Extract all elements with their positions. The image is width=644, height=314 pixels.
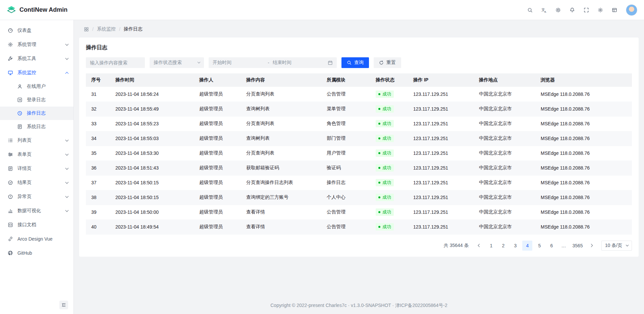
sidebar-item-form-page[interactable]: 表单页 [0,147,73,162]
status-dot-icon [378,211,380,213]
status-badge: 成功 [376,194,394,201]
cell-time: 2023-11-04 18:50:15 [110,190,194,205]
header-layout-button[interactable] [608,4,621,16]
table-row: 362023-11-04 18:51:43超级管理员获取邮箱验证码验证码成功12… [86,161,632,175]
content-search-input[interactable] [86,57,145,68]
breadcrumb-parent[interactable]: 系统监控 [97,26,116,32]
sidebar-item-result-page[interactable]: 结果页 [0,176,73,190]
sidebar-item-github[interactable]: GitHub [0,246,73,260]
header-fullscreen-button[interactable] [580,4,592,16]
chevron-down-icon [65,194,69,198]
pagination-next-button[interactable] [587,241,597,251]
sidebar-item-online-user[interactable]: 在线用户 [0,80,73,93]
cell-browser: MSEdge 118.0.2088.76 [535,116,632,131]
sidebar-item-api-doc[interactable]: 接口文档 [0,218,73,232]
cell-status: 成功 [370,175,408,190]
sidebar-item-detail-page[interactable]: 详情页 [0,162,73,176]
sidebar-item-login-log[interactable]: 登录日志 [0,93,73,107]
date-range-picker[interactable]: 开始时间 - 结束时间 [209,57,337,68]
page-number-2[interactable]: 2 [498,241,508,251]
page-number-3[interactable]: 3 [510,241,520,251]
system-settings-icon [7,42,13,47]
tool-icon [7,56,13,61]
page-number-5[interactable]: 5 [534,241,544,251]
header-theme-button[interactable] [552,4,564,16]
cell-content: 查询树列表 [241,131,321,146]
table-header-row: 序号操作时间操作人操作内容所属模块操作状态操作 IP操作地点浏览器 [86,73,632,87]
cell-browser: MSEdge 118.0.2088.76 [535,190,632,205]
cell-time: 2023-11-04 18:50:15 [110,175,194,190]
sidebar-item-label: 系统管理 [17,42,62,48]
sidebar-item-tool[interactable]: 系统工具 [0,52,73,66]
cell-ip: 123.117.129.251 [408,161,474,175]
status-select[interactable]: 操作状态搜索 [150,57,204,68]
logo: ContiNew Admin [7,5,67,15]
page-size-select[interactable]: 10 条/页 [601,241,632,251]
cell-module: 验证码 [321,161,370,175]
cell-browser: MSEdge 118.0.2088.76 [535,102,632,116]
sidebar-item-monitor[interactable]: 系统监控 [0,66,73,80]
cell-module: 操作日志 [321,175,370,190]
exception-page-icon [7,194,13,199]
pagination-prev-button[interactable] [474,241,484,251]
cell-no: 33 [86,116,110,131]
sidebar-item-label: 数据可视化 [17,208,62,214]
cell-content: 查询树列表 [241,102,321,116]
sidebar-item-label: 异常页 [17,194,62,200]
header-notification-button[interactable] [566,4,578,16]
cell-content: 查看详情 [241,219,321,234]
sidebar-item-operation-log[interactable]: 操作日志 [0,107,73,120]
sidebar: 仪表盘系统管理系统工具系统监控在线用户登录日志操作日志系统日志列表页表单页详情页… [0,20,74,314]
sidebar-item-label: 系统监控 [17,70,62,76]
cell-browser: MSEdge 118.0.2088.76 [535,175,632,190]
sidebar-item-label: 接口文档 [17,222,68,228]
chevron-up-icon [65,72,69,75]
cell-location: 中国北京北京市 [474,146,535,161]
cell-status: 成功 [370,131,408,146]
page-number-6[interactable]: 6 [546,241,556,251]
cell-ip: 123.117.129.251 [408,175,474,190]
sidebar-item-external-link[interactable]: Arco Design Vue [0,232,73,246]
cell-content: 分页查询列表 [241,146,321,161]
operation-log-table: 序号操作时间操作人操作内容所属模块操作状态操作 IP操作地点浏览器 312023… [86,73,632,235]
header-search-button[interactable] [524,4,536,16]
sidebar-item-list-page[interactable]: 列表页 [0,133,73,147]
cell-content: 获取邮箱验证码 [241,161,321,175]
sidebar-item-system-settings[interactable]: 系统管理 [0,38,73,52]
cell-user: 超级管理员 [194,87,241,102]
cell-status: 成功 [370,102,408,116]
cell-user: 超级管理员 [194,175,241,190]
cell-browser: MSEdge 118.0.2088.76 [535,87,632,102]
chevron-left-icon [478,244,481,247]
avatar[interactable] [626,4,637,16]
cell-module: 菜单管理 [321,102,370,116]
column-header: 序号 [86,73,110,87]
query-button[interactable]: 查询 [341,57,369,68]
breadcrumb-separator: / [92,26,94,32]
sidebar-item-exception-page[interactable]: 异常页 [0,190,73,204]
list-page-icon [7,138,13,143]
page-number-3565[interactable]: 3565 [571,241,584,251]
apps-icon[interactable] [84,27,89,32]
column-header: 操作 IP [408,73,474,87]
cell-content: 分页查询列表 [241,116,321,131]
header-settings-button[interactable] [594,4,606,16]
start-time-placeholder: 开始时间 [213,60,264,66]
sidebar-item-system-log[interactable]: 系统日志 [0,120,73,133]
collapse-sidebar-button[interactable] [59,301,68,309]
sidebar-item-dashboard[interactable]: 仪表盘 [0,23,73,38]
status-dot-icon [378,182,380,184]
logo-icon [7,5,16,15]
page-number-1[interactable]: 1 [486,241,496,251]
cell-location: 中国北京北京市 [474,131,535,146]
pagination-pages: 123456…3565 [486,241,584,251]
cell-location: 中国北京北京市 [474,87,535,102]
sidebar-item-data-visualization[interactable]: 数据可视化 [0,204,73,218]
status-badge: 成功 [376,135,394,142]
page-number-4[interactable]: 4 [522,241,532,251]
cell-location: 中国北京北京市 [474,116,535,131]
reset-button[interactable]: 重置 [374,57,401,68]
sidebar-item-label: 系统日志 [27,124,68,130]
header-translate-button[interactable]: 文A [538,4,550,16]
chevron-down-icon [198,61,200,63]
